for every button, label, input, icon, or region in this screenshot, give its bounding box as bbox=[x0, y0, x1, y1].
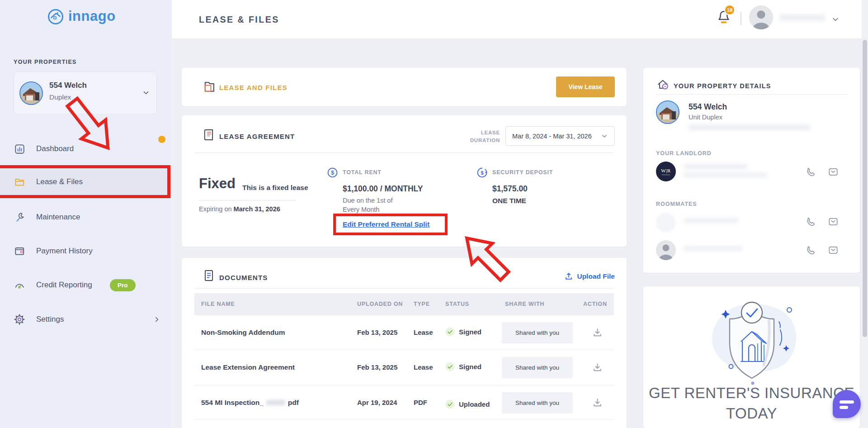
property-photo bbox=[656, 100, 679, 124]
renters-insurance-card[interactable]: GET RENTER'S INSURANCE TODAY bbox=[643, 286, 860, 428]
lease-files-bar-title: LEASE AND FILES bbox=[219, 84, 288, 91]
sidebar-item-credit-reporting[interactable]: Credit Reporting Pro bbox=[0, 271, 172, 299]
property-address-redacted bbox=[689, 125, 811, 130]
rent-due-line-1: Due on the 1st of bbox=[343, 197, 392, 204]
phone-icon[interactable] bbox=[805, 244, 817, 256]
documents-table-header: FILE NAME UPLOADED ON TYPE STATUS SHARE … bbox=[194, 293, 614, 315]
roommates-label: ROOMMATES bbox=[656, 201, 697, 207]
status-text: Signed bbox=[459, 328, 481, 336]
innago-logo[interactable]: innago bbox=[47, 7, 116, 25]
envelope-icon[interactable] bbox=[827, 166, 839, 178]
doc-type: PDF bbox=[414, 399, 427, 406]
check-circle-icon bbox=[445, 362, 455, 371]
sidebar-item-lease-files[interactable]: Lease & Files bbox=[0, 168, 172, 195]
property-name: 554 Welch bbox=[689, 102, 727, 112]
divider bbox=[194, 152, 614, 153]
sidebar-item-label: Payment History bbox=[36, 247, 93, 256]
gear-icon bbox=[14, 314, 25, 325]
landlord-avatar-rule bbox=[662, 175, 670, 175]
uploaded-on: Feb 13, 2025 bbox=[357, 363, 397, 371]
sidebar-item-payment-history[interactable]: Payment History bbox=[0, 238, 172, 265]
upload-file-button[interactable]: Upload File bbox=[564, 271, 615, 281]
lease-duration-value: Mar 8, 2024 - Mar 31, 2026 bbox=[512, 133, 592, 140]
download-icon[interactable] bbox=[591, 361, 604, 374]
envelope-icon[interactable] bbox=[827, 244, 839, 256]
file-name: 554 MI Inspection_ bbox=[201, 399, 264, 407]
status-cell: Signed bbox=[445, 362, 481, 371]
app-screen: innago YOUR PROPERTIES 554 Welch Duplex bbox=[0, 0, 868, 428]
share-with-pill: Shared with you bbox=[502, 322, 573, 343]
account-chevron-down-icon[interactable] bbox=[831, 15, 840, 24]
user-name-redacted bbox=[780, 14, 825, 21]
col-file-name: FILE NAME bbox=[201, 301, 235, 307]
lease-duration-label: LEASE DURATION bbox=[450, 129, 500, 144]
landlord-name-redacted bbox=[684, 164, 747, 169]
file-name: Lease Extension Agreement bbox=[201, 363, 295, 371]
top-bar: LEASE & FILES 18 bbox=[172, 0, 868, 39]
insurance-title-line2: TODAY bbox=[643, 405, 860, 422]
property-thumbnail bbox=[19, 81, 43, 105]
sidebar-item-label: Dashboard bbox=[36, 144, 74, 153]
status-text: Uploaded bbox=[459, 400, 490, 408]
svg-text:$: $ bbox=[481, 170, 483, 176]
security-deposit-amount: $1,575.00 bbox=[492, 184, 528, 194]
upload-file-label: Upload File bbox=[577, 272, 615, 281]
check-circle-icon bbox=[445, 399, 455, 409]
expiring-prefix: Expiring on bbox=[199, 205, 232, 213]
landlord-avatar: W|R bbox=[656, 162, 676, 181]
lease-agreement-card: LEASE AGREEMENT LEASE DURATION Mar 8, 20… bbox=[182, 115, 627, 247]
download-icon[interactable] bbox=[591, 397, 604, 409]
notification-count-badge: 18 bbox=[724, 5, 735, 15]
view-lease-button[interactable]: View Lease bbox=[556, 76, 615, 97]
user-avatar[interactable] bbox=[749, 5, 773, 29]
pro-badge: Pro bbox=[110, 279, 136, 291]
sidebar-item-dashboard[interactable]: Dashboard bbox=[0, 135, 172, 162]
lease-duration-select[interactable]: Mar 8, 2024 - Mar 31, 2026 bbox=[505, 126, 615, 146]
property-selector[interactable]: 554 Welch Duplex bbox=[14, 71, 157, 114]
document-row: 554 MI Inspection_ pdf Apr 19, 2024 PDF … bbox=[194, 385, 614, 420]
chevron-down-icon bbox=[601, 133, 608, 140]
innago-logo-text: innago bbox=[68, 8, 116, 24]
download-icon[interactable] bbox=[591, 327, 604, 339]
edit-rental-split-link[interactable]: Edit Preferred Rental Split bbox=[343, 220, 429, 228]
documents-icon bbox=[203, 269, 215, 282]
phone-icon[interactable] bbox=[805, 216, 817, 228]
col-share-with: SHARE WITH bbox=[505, 301, 544, 307]
scrollbar-thumb[interactable] bbox=[863, 40, 867, 337]
property-unit: Unit Duplex bbox=[689, 114, 722, 121]
roommate-name-redacted bbox=[684, 246, 743, 251]
sidebar-item-label: Credit Reporting bbox=[36, 281, 92, 290]
security-deposit-label: SECURITY DEPOSIT bbox=[492, 169, 553, 176]
phone-icon[interactable] bbox=[805, 166, 817, 178]
sidebar-item-label: Maintenance bbox=[36, 213, 80, 222]
col-action: ACTION bbox=[583, 301, 607, 307]
status-cell: Signed bbox=[445, 327, 481, 337]
gauge-icon bbox=[14, 279, 25, 291]
sidebar-item-settings[interactable]: Settings bbox=[0, 306, 172, 333]
chat-widget-button[interactable] bbox=[833, 390, 861, 418]
lease-expiry: Expiring on March 31, 2026 bbox=[199, 205, 280, 213]
envelope-icon[interactable] bbox=[827, 216, 839, 228]
landlord-info-redacted bbox=[684, 173, 768, 177]
roommate-avatar bbox=[656, 240, 676, 260]
file-name-suffix: pdf bbox=[288, 399, 299, 407]
landlord-monogram: W|R bbox=[661, 168, 670, 173]
scrollbar-track[interactable] bbox=[862, 0, 868, 428]
dollar-circle-icon: $ bbox=[327, 167, 338, 178]
status-text: Signed bbox=[459, 363, 481, 371]
col-type: TYPE bbox=[414, 301, 430, 307]
documents-title: DOCUMENTS bbox=[219, 274, 268, 281]
lease-agreement-title: LEASE AGREEMENT bbox=[219, 133, 295, 140]
rent-due-line-2: Every Month bbox=[343, 206, 379, 213]
property-details-card: YOUR PROPERTY DETAILS 554 Welch Unit Dup… bbox=[643, 68, 860, 273]
total-rent-label: TOTAL RENT bbox=[343, 169, 382, 176]
property-details-title: YOUR PROPERTY DETAILS bbox=[674, 82, 771, 90]
share-with-pill: Shared with you bbox=[502, 392, 573, 414]
total-rent-amount: $1,100.00 / MONTHLY bbox=[343, 184, 423, 194]
chevron-right-icon bbox=[153, 315, 161, 323]
expiring-date: March 31, 2026 bbox=[234, 205, 280, 213]
sidebar-item-maintenance[interactable]: Maintenance bbox=[0, 204, 172, 231]
chat-icon bbox=[840, 406, 848, 409]
chevron-down-icon bbox=[142, 89, 150, 97]
divider bbox=[656, 94, 847, 95]
